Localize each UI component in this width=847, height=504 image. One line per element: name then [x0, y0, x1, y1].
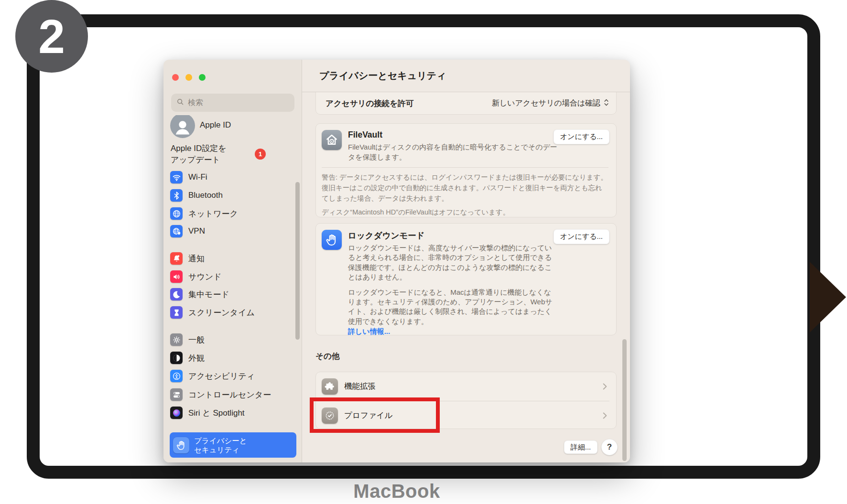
vpn-globe-icon: [170, 225, 183, 237]
system-settings-window: Apple ID Apple ID設定を アップデート 1 Wi-FiBluet…: [163, 60, 630, 462]
lockdown-hand-icon: [322, 230, 342, 250]
next-arrow-icon: [810, 262, 846, 332]
filevault-warning-text: 警告: データにアクセスするには、ログインパスワードまたは復旧キーが必要になりま…: [322, 172, 608, 204]
sidebar-item-label: サウンド: [188, 271, 222, 282]
gear-icon: [170, 333, 183, 346]
speaker-icon: [170, 270, 183, 283]
sidebar-item-screen-time[interactable]: スクリーンタイム: [170, 303, 298, 322]
sidebar-item-label: ネットワーク: [188, 208, 238, 219]
sidebar-item-label: 通知: [188, 253, 205, 264]
sidebar-item-control-center[interactable]: コントロールセンター: [170, 386, 298, 404]
apple-id-update-line2: アップデート: [171, 154, 227, 166]
sidebar: Apple ID Apple ID設定を アップデート 1 Wi-FiBluet…: [163, 60, 302, 462]
accessories-dropdown[interactable]: 新しいアクセサリの場合は確認: [492, 98, 609, 109]
sidebar-item-label: 外観: [188, 353, 205, 364]
lockdown-turn-on-button[interactable]: オンにする...: [554, 229, 609, 244]
wifi-icon: [170, 171, 183, 183]
sidebar-item-focus[interactable]: 集中モード: [170, 285, 298, 303]
control-center-icon: [170, 388, 183, 401]
main-panel: プライバシーとセキュリティ アクセサリの接続を許可 新しいアクセサリの場合は確認…: [302, 60, 630, 462]
search-input[interactable]: [188, 98, 290, 107]
sidebar-item-bluetooth[interactable]: Bluetooth: [170, 186, 298, 204]
traffic-minimize-button[interactable]: [185, 74, 192, 81]
others-section-header: その他: [315, 351, 339, 362]
sidebar-item-label: Wi-Fi: [188, 172, 207, 182]
lockdown-paragraph1: ロックダウンモードは、高度なサイバー攻撃の標的になっていると考えられる場合に、非…: [348, 243, 553, 282]
device-label: MacBook: [353, 481, 440, 502]
filevault-card: FileVault FileVaultはディスクの内容を自動的に暗号化することで…: [315, 123, 617, 217]
page-title: プライバシーとセキュリティ: [319, 69, 446, 82]
traffic-zoom-button[interactable]: [199, 74, 206, 81]
accessories-label: アクセサリの接続を許可: [326, 98, 413, 109]
sidebar-item-general[interactable]: 一般: [170, 331, 298, 349]
chevron-right-icon: [600, 382, 609, 391]
sidebar-list: Apple ID Apple ID設定を アップデート 1 Wi-FiBluet…: [163, 115, 302, 462]
highlight-box: [310, 397, 440, 433]
help-button[interactable]: ?: [601, 439, 618, 455]
sidebar-item-label: Bluetooth: [188, 191, 223, 200]
sidebar-item-label: Siri と Spotlight: [188, 407, 245, 418]
details-button[interactable]: 詳細...: [564, 440, 597, 454]
sidebar-item-network[interactable]: ネットワーク: [170, 204, 298, 223]
sidebar-scrollbar[interactable]: [295, 182, 300, 340]
siri-icon: [170, 407, 183, 419]
accessories-row: アクセサリの接続を許可 新しいアクセサリの場合は確認: [326, 98, 609, 109]
sidebar-item-label: スクリーンタイム: [188, 307, 255, 318]
appearance-icon: [170, 352, 183, 364]
sidebar-item-sound[interactable]: サウンド: [170, 268, 298, 286]
sidebar-item-label: プライバシーと セキュリティ: [194, 436, 247, 454]
lockdown-paragraph2: ロックダウンモードになると、Macは通常通りに機能しなくなります。セキュリティ保…: [348, 288, 553, 327]
lockdown-title: ロックダウンモード: [348, 230, 553, 241]
sidebar-item-notifications[interactable]: 通知: [170, 249, 298, 268]
sidebar-item-label: 集中モード: [188, 289, 229, 300]
apple-id-label[interactable]: Apple ID: [200, 120, 231, 130]
learn-more-link[interactable]: 詳しい情報...: [348, 327, 553, 336]
chevron-up-down-icon: [603, 98, 609, 109]
sidebar-item-appearance[interactable]: 外観: [170, 349, 298, 367]
step-number-badge: 2: [15, 0, 88, 73]
notification-badge: 1: [255, 149, 266, 160]
filevault-description: FileVaultはディスクの内容を自動的に暗号化することでそのデータを保護しま…: [348, 142, 560, 162]
traffic-close-button[interactable]: [172, 74, 179, 81]
hand-privacy-icon: [173, 437, 189, 453]
row-extensions[interactable]: 機能拡張: [322, 372, 609, 401]
sidebar-item-label: コントロールセンター: [188, 389, 271, 400]
step-number: 2: [38, 9, 65, 64]
sidebar-item-siri-spotlight[interactable]: Siri と Spotlight: [170, 404, 298, 422]
main-header: プライバシーとセキュリティ: [302, 60, 630, 92]
chevron-right-icon: [600, 411, 609, 420]
moon-icon: [170, 288, 183, 300]
puzzle-icon: [322, 378, 338, 395]
hourglass-icon: [170, 306, 183, 319]
sidebar-item-accessibility[interactable]: アクセシビリティ: [170, 367, 298, 385]
sidebar-item-label: VPN: [188, 226, 205, 236]
bluetooth-icon: [170, 189, 183, 202]
accessibility-icon: [170, 370, 183, 382]
sidebar-item-wifi[interactable]: Wi-Fi: [170, 168, 298, 186]
filevault-status-text: ディスク“Macintosh HD”のFileVaultはオフになっています。: [322, 208, 608, 217]
sidebar-item-privacy-security[interactable]: プライバシーと セキュリティ: [170, 432, 296, 458]
filevault-title: FileVault: [348, 130, 560, 140]
apple-id-update-line1: Apple ID設定を: [171, 143, 227, 154]
sidebar-item-label: アクセシビリティ: [188, 371, 255, 382]
main-scrollbar[interactable]: [622, 339, 627, 461]
divider: [322, 167, 608, 168]
sidebar-item-vpn[interactable]: VPN: [170, 222, 298, 240]
sidebar-item-apple-id-update[interactable]: Apple ID設定を アップデート: [171, 143, 227, 166]
network-globe-icon: [170, 207, 183, 220]
lockdown-card: ロックダウンモード ロックダウンモードは、高度なサイバー攻撃の標的になっていると…: [315, 223, 617, 335]
search-field[interactable]: [171, 94, 294, 112]
apple-id-avatar[interactable]: [170, 115, 195, 138]
sidebar-item-label: 一般: [188, 334, 205, 345]
search-icon: [176, 97, 185, 108]
filevault-turn-on-button[interactable]: オンにする...: [554, 129, 609, 144]
filevault-icon: [322, 130, 342, 150]
row-label: 機能拡張: [344, 381, 594, 392]
bell-icon: [170, 252, 183, 265]
